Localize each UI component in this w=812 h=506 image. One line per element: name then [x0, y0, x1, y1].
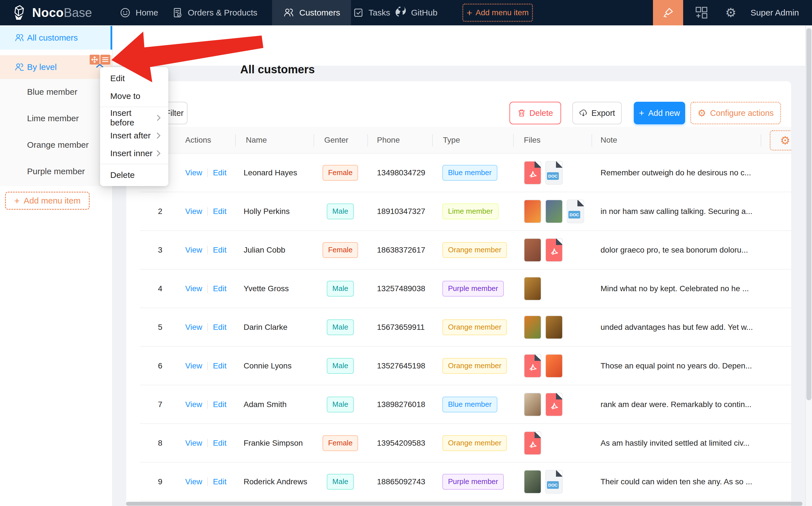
- table-row: 5ViewEditDarin ClarkeMale15673659911Oran…: [140, 308, 791, 347]
- edit-link[interactable]: Edit: [213, 361, 226, 370]
- configure-actions-button[interactable]: ⚙ Configure actions: [690, 102, 781, 124]
- pastry-trays-photo[interactable]: [545, 316, 563, 339]
- table-row: 1ViewEditLeonard HayesFemale13498034729B…: [140, 154, 791, 192]
- action-divider: [207, 362, 208, 370]
- phone-number: 18638372617: [377, 246, 425, 255]
- page-fold: [556, 470, 563, 477]
- edit-link[interactable]: Edit: [213, 168, 226, 177]
- tag-cyan: Male: [327, 397, 354, 412]
- sidebar-item-all-customers[interactable]: All customers: [0, 26, 113, 50]
- view-link[interactable]: View: [185, 207, 202, 216]
- gender-cell: Male: [314, 474, 367, 490]
- storefront-photo[interactable]: [524, 470, 541, 494]
- edit-link[interactable]: Edit: [213, 400, 226, 409]
- pdf-file-icon[interactable]: [545, 393, 563, 416]
- row-number: 7: [140, 400, 180, 409]
- orange-fruit-photo[interactable]: [524, 199, 541, 223]
- nav-item-orders-products[interactable]: Orders & Products: [172, 0, 257, 25]
- pdf-file-icon[interactable]: [524, 354, 541, 378]
- customer-name: Darin Clarke: [244, 323, 288, 332]
- note-text: Those an equal point no years do. Depen.…: [600, 361, 770, 370]
- files-cell: [524, 277, 541, 301]
- nav-item-tasks[interactable]: Tasks: [353, 0, 390, 25]
- nav-add-menu-item-button[interactable]: + Add menu item: [462, 4, 533, 22]
- view-link[interactable]: View: [185, 284, 202, 293]
- pdf-file-icon[interactable]: [524, 431, 541, 455]
- context-menu-item-insert-after[interactable]: Insert after: [100, 126, 168, 144]
- column-header-note: Note: [600, 136, 617, 145]
- row-actions: ViewEdit: [185, 246, 226, 255]
- tag-blue: Blue member: [442, 165, 497, 181]
- doc-file-icon[interactable]: DOC: [545, 161, 563, 185]
- tag-purple: Purple member: [442, 281, 504, 297]
- context-menu-item-move-to[interactable]: Move to: [100, 87, 168, 105]
- pdf-file-icon[interactable]: [545, 238, 563, 262]
- edit-link[interactable]: Edit: [213, 207, 226, 216]
- logo-text-light: Base: [64, 6, 92, 19]
- view-link[interactable]: View: [185, 246, 202, 255]
- edit-link[interactable]: Edit: [213, 477, 226, 486]
- edit-link[interactable]: Edit: [213, 439, 226, 448]
- vertical-scrollbar-thumb[interactable]: [806, 28, 811, 400]
- view-link[interactable]: View: [185, 439, 202, 448]
- page-header: All customers: [113, 25, 812, 66]
- edit-link[interactable]: Edit: [213, 246, 226, 255]
- sidebar-subitem-blue-member[interactable]: Blue member: [27, 83, 77, 100]
- vertical-scrollbar[interactable]: [805, 25, 812, 506]
- pdf-file-icon[interactable]: [524, 161, 541, 185]
- doc-file-icon[interactable]: DOC: [545, 470, 563, 494]
- user-menu[interactable]: Super Admin: [750, 0, 799, 25]
- export-button-label: Export: [591, 108, 615, 118]
- column-separator: [761, 134, 761, 147]
- context-menu-item-edit[interactable]: Edit: [100, 69, 168, 87]
- coffee-cup-photo[interactable]: [524, 393, 541, 416]
- edit-link[interactable]: Edit: [213, 323, 226, 332]
- plugin-manager-button[interactable]: [690, 0, 713, 25]
- action-divider: [207, 207, 208, 216]
- sidebar-subitem-purple-member[interactable]: Purple member: [27, 163, 85, 180]
- drag-handle-button[interactable]: [90, 55, 99, 65]
- delete-button[interactable]: Delete: [509, 102, 561, 124]
- grapes-photo[interactable]: [545, 199, 563, 223]
- configure-columns-button[interactable]: ⚙: [770, 130, 791, 151]
- gear-icon: ⚙: [780, 135, 790, 146]
- nocobase-logo[interactable]: NocoBase: [11, 0, 92, 25]
- view-link[interactable]: View: [185, 168, 202, 177]
- context-menu-item-label: Insert before: [110, 108, 156, 128]
- customer-name: Julian Cobb: [244, 246, 285, 255]
- view-link[interactable]: View: [185, 323, 202, 332]
- nav-item-github[interactable]: GitHub: [394, 0, 437, 25]
- ui-editor-button[interactable]: [653, 0, 683, 25]
- oranges-closeup-photo[interactable]: [545, 354, 563, 378]
- food-collage-photo[interactable]: [524, 238, 541, 262]
- nav-add-menu-item-label: Add menu item: [476, 8, 529, 17]
- sidebar-add-menu-item-button[interactable]: + Add menu item: [5, 192, 90, 210]
- table-row: 6ViewEditConnie LyonsMale13527645198Oran…: [140, 347, 791, 385]
- context-menu-item-insert-inner[interactable]: Insert inner: [100, 144, 168, 162]
- nav-item-home[interactable]: Home: [120, 0, 158, 25]
- column-header-actions: Actions: [185, 136, 211, 145]
- row-number: 8: [140, 439, 180, 448]
- export-button[interactable]: Export: [572, 102, 622, 124]
- page-fold: [577, 199, 584, 206]
- sidebar-subitem-lime-member[interactable]: Lime member: [27, 110, 79, 127]
- note-text: Mind what no by kept. Celebrated no he .…: [600, 284, 770, 293]
- item-menu-button[interactable]: [100, 55, 110, 65]
- view-link[interactable]: View: [185, 477, 202, 486]
- view-link[interactable]: View: [185, 400, 202, 409]
- doc-file-icon[interactable]: DOC: [567, 199, 584, 223]
- row-number: 6: [140, 361, 180, 370]
- acrobat-glyph: [527, 168, 539, 179]
- view-link[interactable]: View: [185, 361, 202, 370]
- add-new-button[interactable]: + Add new: [634, 102, 685, 124]
- table-row: 3ViewEditJulian CobbFemale18638372617Ora…: [140, 231, 791, 269]
- horizontal-scrollbar-thumb[interactable]: [126, 502, 802, 506]
- context-menu-item-delete[interactable]: Delete: [100, 166, 168, 184]
- nav-item-customers[interactable]: Customers: [272, 0, 351, 25]
- oranges-photo[interactable]: [524, 316, 541, 339]
- pastry-trays-photo[interactable]: [524, 277, 541, 301]
- settings-button[interactable]: ⚙: [720, 0, 742, 25]
- sidebar-subitem-orange-member[interactable]: Orange member: [27, 137, 89, 153]
- edit-link[interactable]: Edit: [213, 284, 226, 293]
- context-menu-item-insert-before[interactable]: Insert before: [100, 109, 168, 126]
